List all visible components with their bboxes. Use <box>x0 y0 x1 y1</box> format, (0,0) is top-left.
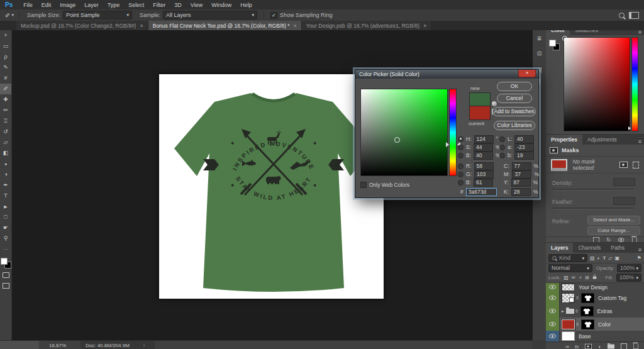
edit-toolbar-icon[interactable]: ··· <box>0 244 11 255</box>
menu-help[interactable]: Help <box>236 2 257 8</box>
add-to-swatches-button[interactable]: Add to Swatches <box>492 107 536 116</box>
link-layers-icon[interactable]: ∞ <box>565 344 569 349</box>
artboard[interactable]: INSPIRED ADVENTURE STAY WILD AT HEART <box>159 74 384 299</box>
l-field[interactable]: 40 <box>514 135 534 143</box>
color-panel-field[interactable] <box>564 37 630 131</box>
pen-tool[interactable]: ✒ <box>0 180 11 191</box>
quick-mask-icon[interactable] <box>0 271 11 282</box>
clone-source-panel-icon[interactable]: ⊡ <box>533 50 546 57</box>
r-radio[interactable] <box>458 163 464 169</box>
expander-icon[interactable]: ▸ <box>562 309 564 314</box>
s-radio[interactable] <box>458 145 464 150</box>
zoom-level[interactable]: 16.67% <box>49 343 66 348</box>
shape-tool[interactable]: □ <box>0 212 11 223</box>
l-radio[interactable] <box>499 136 505 142</box>
healing-brush-tool[interactable]: ✚ <box>0 94 11 105</box>
a-field[interactable]: -23 <box>514 143 534 152</box>
lab-b-radio[interactable] <box>499 153 505 158</box>
layer-row-custom-tag[interactable]: ∞ Custom Tag <box>546 291 644 305</box>
tab-channels[interactable]: Channels <box>573 243 606 253</box>
mask-thumbnail[interactable] <box>581 319 594 330</box>
hex-field[interactable]: 3a673d <box>466 188 497 196</box>
add-layer-mask-icon[interactable] <box>619 162 627 168</box>
lab-b-field[interactable]: 19 <box>514 152 534 160</box>
select-and-mask-button[interactable]: Select and Mask... <box>587 216 640 224</box>
h-field[interactable]: 124 <box>474 135 494 143</box>
only-web-colors-checkbox[interactable] <box>360 182 367 188</box>
visibility-toggle[interactable] <box>546 283 560 291</box>
add-vector-mask-icon[interactable] <box>633 162 639 169</box>
color-range-button[interactable]: Color Range... <box>587 226 640 235</box>
b-field[interactable]: 40 <box>474 152 493 160</box>
tab-your-design[interactable]: Your Design.psb @ 16.7% (adventure1, RGB… <box>302 21 432 30</box>
sampling-ring-checkbox[interactable]: ✓ <box>270 12 277 19</box>
foreground-background-swatches[interactable] <box>0 257 11 269</box>
density-slider[interactable] <box>552 189 634 191</box>
layer-row-base[interactable]: Base <box>546 331 644 341</box>
menu-file[interactable]: File <box>19 2 37 8</box>
color-libraries-button[interactable]: Color Libraries <box>494 121 535 130</box>
visibility-toggle[interactable] <box>546 331 560 341</box>
close-icon[interactable]: × <box>140 23 143 29</box>
adjustment-layer-icon[interactable]: ◐ <box>598 344 601 349</box>
color-field[interactable] <box>360 89 448 176</box>
feather-value[interactable] <box>613 197 635 205</box>
zoom-tool[interactable]: ⚲ <box>0 233 11 244</box>
layer-row-color[interactable]: ∞ Color <box>546 318 644 331</box>
g-radio[interactable] <box>458 172 464 177</box>
kind-filter-dropdown[interactable]: Kind ▾ <box>548 254 587 262</box>
g-field[interactable]: 103 <box>474 170 494 179</box>
delete-layer-icon[interactable] <box>633 344 638 349</box>
foreground-color-swatch[interactable] <box>1 258 8 265</box>
density-value[interactable] <box>613 178 635 186</box>
layer-thumbnail[interactable] <box>562 319 575 330</box>
menu-layer[interactable]: Layer <box>80 2 103 8</box>
mask-thumbnail[interactable] <box>551 159 567 171</box>
tab-adjustments[interactable]: Adjustments <box>582 135 622 145</box>
new-group-icon[interactable] <box>608 345 614 349</box>
dodge-tool[interactable]: ◑ <box>0 169 11 180</box>
move-tool[interactable]: + <box>0 30 11 41</box>
new-layer-icon[interactable] <box>621 343 627 349</box>
hand-tool[interactable]: ☛ <box>0 223 11 233</box>
eraser-tool[interactable]: ▱ <box>0 137 11 148</box>
search-icon[interactable] <box>619 13 625 19</box>
chevron-down-icon[interactable]: ▾ <box>11 13 14 18</box>
screen-mode-icon[interactable] <box>0 282 11 292</box>
brush-tool[interactable]: ✏ <box>0 105 11 116</box>
path-selection-tool[interactable]: ▶ <box>0 201 11 212</box>
dialog-title[interactable]: Color Picker (Solid Color) <box>355 70 538 79</box>
menu-image[interactable]: Image <box>55 2 80 8</box>
filter-adjustment-icon[interactable]: ◐ <box>597 255 601 261</box>
close-icon[interactable]: × <box>293 23 296 29</box>
add-mask-icon[interactable] <box>585 344 592 349</box>
color-panel-field-marker[interactable] <box>562 36 567 41</box>
clone-stamp-tool[interactable]: ♖ <box>0 116 11 126</box>
layer-row-extras[interactable]: ▸ ∞ Extras <box>546 304 644 318</box>
eyedropper-tool[interactable]: ✐ <box>0 84 11 94</box>
b2-radio[interactable] <box>458 180 464 186</box>
m-field[interactable]: 37 <box>512 170 531 179</box>
feather-slider[interactable] <box>552 208 634 209</box>
tab-properties[interactable]: Properties <box>546 135 582 145</box>
visibility-toggle[interactable] <box>546 291 560 304</box>
ok-button[interactable]: OK <box>497 82 532 91</box>
visibility-toggle[interactable] <box>546 304 560 318</box>
tab-bonus-flat-crew-neck-tee[interactable]: Bonus Flat Crew Neck Tee.psd @ 16.7% (Co… <box>148 21 302 30</box>
menu-3d[interactable]: 3D <box>170 2 186 8</box>
gradient-tool[interactable]: ◧ <box>0 148 11 158</box>
tab-mockup[interactable]: Mockup.psd @ 16.7% (Color Change2, RGB/8… <box>16 21 148 30</box>
layer-style-icon[interactable]: fx <box>575 344 579 349</box>
r-field[interactable]: 58 <box>474 162 494 170</box>
eyedropper-icon[interactable]: ✐ <box>5 12 10 19</box>
layer-thumbnail[interactable] <box>562 284 575 291</box>
doc-info-segment[interactable]: Doc: 40.8M/204.9M › <box>80 341 155 349</box>
visibility-toggle[interactable] <box>546 318 560 331</box>
lock-artboard-icon[interactable]: ⊞ <box>585 275 589 280</box>
sample-size-dropdown[interactable]: Point Sample▾ <box>63 11 132 19</box>
s-field[interactable]: 44 <box>474 143 493 152</box>
color-field-marker[interactable] <box>394 137 400 143</box>
lock-transparency-icon[interactable]: ▨ <box>564 275 569 280</box>
filter-image-icon[interactable]: ▨ <box>590 255 595 261</box>
tab-paths[interactable]: Paths <box>606 243 630 253</box>
